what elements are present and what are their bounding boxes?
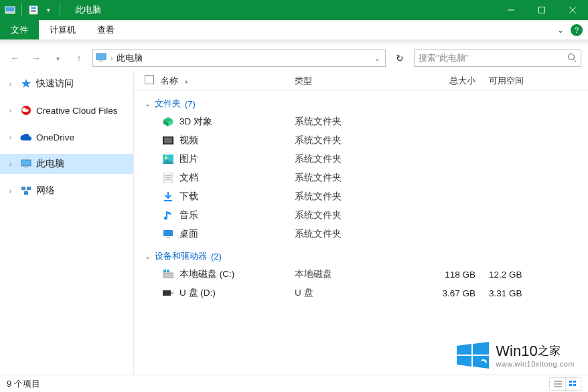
item-name: 下载 — [179, 191, 295, 203]
downloads-icon — [161, 191, 175, 203]
svg-rect-40 — [163, 273, 173, 278]
item-type: 系统文件夹 — [295, 228, 422, 240]
music-icon — [161, 209, 175, 221]
svg-rect-54 — [569, 384, 572, 386]
chevron-right-icon[interactable]: › — [9, 80, 16, 88]
close-button[interactable] — [557, 0, 588, 20]
help-icon[interactable]: ? — [571, 24, 583, 36]
item-type: 系统文件夹 — [295, 209, 422, 221]
sort-asc-icon: ▴ — [185, 78, 188, 84]
folder-row[interactable]: 桌面 系统文件夹 — [134, 225, 588, 243]
svg-rect-27 — [163, 136, 164, 144]
sidebar-item-network[interactable]: › 网络 — [0, 181, 133, 201]
item-name: 桌面 — [179, 228, 295, 240]
search-box[interactable]: 搜索"此电脑" — [414, 50, 581, 67]
minimize-button[interactable] — [496, 0, 526, 20]
column-freespace[interactable]: 可用空间 — [489, 75, 556, 87]
svg-rect-55 — [573, 384, 576, 386]
item-name: 音乐 — [179, 209, 295, 221]
column-totalsize[interactable]: 总大小 — [422, 75, 489, 87]
desktop-icon — [161, 228, 175, 240]
column-name[interactable]: 名称▴ — [161, 75, 295, 87]
column-type[interactable]: 类型 — [295, 75, 422, 87]
svg-rect-7 — [539, 7, 545, 13]
back-button[interactable]: ← — [7, 50, 23, 66]
qat-dropdown-icon[interactable]: ▾ — [42, 4, 54, 16]
svg-rect-1 — [5, 11, 15, 13]
address-dropdown-icon[interactable]: ⌄ — [372, 55, 382, 62]
item-size: 118 GB — [422, 270, 489, 280]
svg-rect-11 — [99, 60, 103, 62]
chevron-right-icon: › — [111, 55, 113, 62]
win10-logo-icon — [457, 342, 489, 369]
folder-row[interactable]: 音乐 系统文件夹 — [134, 206, 588, 225]
item-name: 图片 — [179, 153, 295, 165]
svg-rect-17 — [24, 167, 28, 168]
sidebar-item-label: 此电脑 — [36, 158, 64, 170]
item-size: 3.67 GB — [422, 288, 489, 298]
ribbon-collapse-icon[interactable]: ⌄ — [557, 25, 564, 35]
svg-rect-44 — [171, 292, 173, 294]
folder-row[interactable]: 文档 系统文件夹 — [134, 169, 588, 187]
column-headers: 名称▴ 类型 总大小 可用空间 — [134, 71, 588, 91]
folder-row[interactable]: 视频 系统文件夹 — [134, 131, 588, 150]
chevron-right-icon[interactable]: › — [9, 107, 16, 114]
sidebar-item-label: 快速访问 — [36, 78, 74, 90]
group-header[interactable]: ⌄ 设备和驱动器 (2) — [145, 250, 588, 262]
video-icon — [161, 134, 175, 146]
search-placeholder: 搜索"此电脑" — [419, 52, 563, 64]
folder-row[interactable]: 图片 系统文件夹 — [134, 150, 588, 169]
svg-rect-32 — [164, 173, 172, 183]
up-button[interactable]: ↑ — [71, 50, 87, 66]
forward-button[interactable]: → — [28, 50, 44, 66]
properties-icon[interactable] — [27, 4, 40, 16]
chevron-right-icon[interactable]: › — [9, 134, 16, 141]
search-icon[interactable] — [567, 53, 577, 64]
sidebar-item-onedrive[interactable]: › OneDrive — [0, 127, 133, 147]
sidebar-item-creativecloud[interactable]: › Creative Cloud Files — [0, 100, 133, 120]
folder-row[interactable]: 3D 对象 系统文件夹 — [134, 112, 588, 131]
address-text: 此电脑 — [117, 52, 368, 64]
watermark: Win10之家 www.win10xitong.com — [457, 342, 575, 369]
sidebar-item-label: 网络 — [36, 185, 55, 197]
folder-row[interactable]: 下载 系统文件夹 — [134, 187, 588, 206]
drive-row[interactable]: U 盘 (D:) U 盘 3.67 GB 3.31 GB — [134, 284, 588, 302]
details-view-button[interactable] — [549, 377, 565, 391]
documents-icon — [161, 172, 175, 184]
drive-row[interactable]: 本地磁盘 (C:) 本地磁盘 118 GB 12.2 GB — [134, 265, 588, 284]
view-tab[interactable]: 查看 — [86, 20, 125, 39]
group-folders: ⌄ 文件夹 (7) — [134, 91, 588, 112]
svg-marker-47 — [457, 356, 471, 367]
sidebar-item-quickaccess[interactable]: › 快速访问 — [0, 74, 133, 94]
svg-point-30 — [165, 157, 167, 159]
file-tab[interactable]: 文件 — [0, 20, 39, 39]
svg-rect-52 — [569, 381, 572, 383]
chevron-right-icon[interactable]: › — [9, 187, 16, 195]
sidebar-item-label: Creative Cloud Files — [36, 106, 118, 116]
select-all-checkbox[interactable] — [145, 75, 154, 84]
svg-rect-38 — [163, 230, 173, 236]
item-type: 系统文件夹 — [295, 116, 422, 128]
sidebar-item-thispc[interactable]: › 此电脑 — [0, 154, 133, 174]
refresh-button[interactable]: ↻ — [391, 50, 409, 67]
address-bar[interactable]: › 此电脑 ⌄ — [92, 50, 386, 67]
svg-rect-5 — [31, 11, 36, 12]
computer-tab[interactable]: 计算机 — [39, 20, 86, 39]
group-header[interactable]: ⌄ 文件夹 (7) — [145, 98, 588, 110]
svg-marker-45 — [457, 344, 471, 355]
icons-view-button[interactable] — [565, 377, 581, 391]
ribbon: 文件 计算机 查看 ⌄ ? — [0, 20, 588, 40]
pictures-icon — [161, 153, 175, 165]
svg-point-37 — [164, 217, 167, 220]
svg-rect-3 — [31, 7, 36, 9]
svg-rect-42 — [167, 270, 169, 272]
nav-row: ← → ▾ ↑ › 此电脑 ⌄ ↻ 搜索"此电脑" — [0, 45, 588, 71]
svg-rect-4 — [31, 10, 36, 11]
chevron-right-icon[interactable]: › — [9, 161, 16, 168]
chevron-down-icon: ⌄ — [145, 100, 151, 108]
creative-cloud-icon — [20, 104, 32, 116]
maximize-button[interactable] — [526, 0, 557, 20]
recent-locations-button[interactable]: ▾ — [50, 50, 66, 66]
svg-rect-43 — [163, 290, 171, 296]
item-name: U 盘 (D:) — [179, 287, 295, 299]
